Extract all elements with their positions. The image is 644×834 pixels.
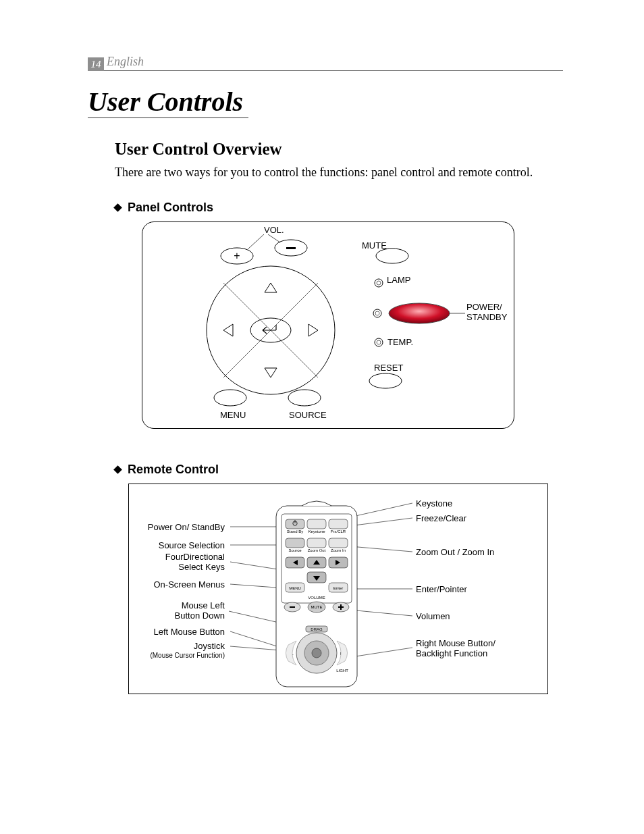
svg-rect-56	[340, 604, 342, 610]
remote-heading-text: Remote Control	[128, 463, 219, 476]
remote-label-rmouse: Right Mouse Button/ Backlight Function	[416, 638, 495, 658]
diamond-icon	[113, 465, 122, 474]
btn-zoomout-label: Zoom Out	[308, 548, 326, 552]
svg-rect-44	[329, 538, 348, 548]
btn-mute-label: MUTE	[311, 605, 323, 609]
svg-point-19	[288, 390, 321, 406]
svg-point-17	[377, 340, 381, 344]
btn-enter-label: Enter	[333, 586, 343, 590]
svg-point-12	[377, 281, 381, 285]
panel-label-temp: TEMP.	[387, 337, 413, 347]
btn-light-label: LIGHT	[336, 669, 348, 673]
btn-zoomin-label: Zoom In	[331, 548, 346, 552]
panel-label-source: SOURCE	[289, 410, 327, 420]
remote-label-joysub: (Mouse Cursor Function)	[150, 652, 225, 659]
panel-label-mute: MUTE	[362, 240, 387, 251]
svg-line-8	[248, 234, 264, 249]
svg-point-10	[376, 249, 408, 263]
panel-label-vol: VOL.	[264, 225, 284, 235]
panel-label-reset: RESET	[374, 363, 403, 373]
remote-label-keystone: Keystone	[416, 498, 452, 509]
remote-label-freeze: Freeze/Clear	[416, 513, 466, 523]
btn-drag-label: DRAG	[311, 627, 323, 631]
remote-label-source: Source Selection	[159, 540, 225, 550]
section-heading: User Control Overview	[115, 140, 563, 159]
panel-heading-text: Panel Controls	[128, 201, 213, 214]
remote-label-fourdir: FourDirectional Select Keys	[165, 552, 225, 572]
volume-row-label: VOLUME	[308, 596, 325, 600]
panel-label-power: POWER/ STANDBY	[466, 302, 507, 322]
svg-point-16	[375, 338, 383, 346]
btn-source-label: Source	[288, 548, 302, 552]
svg-rect-39	[329, 519, 348, 529]
svg-rect-38	[307, 519, 326, 529]
remote-label-volume: Volumen	[416, 611, 450, 621]
remote-label-power: Power On/ StandBy	[148, 522, 225, 532]
remote-label-joystick: Joystick	[194, 641, 225, 651]
remote-label-mleft: Mouse Left Button Down	[175, 600, 225, 621]
remote-heading: Remote Control	[115, 463, 563, 477]
svg-text:+: +	[234, 250, 240, 261]
remote-label-lmouse: Left Mouse Button	[153, 627, 225, 637]
page-title: User Controls	[88, 86, 248, 118]
svg-point-14	[373, 309, 381, 317]
panel-label-lamp: LAMP	[387, 275, 410, 285]
page-container: 14 English User Controls User Control Ov…	[0, 0, 644, 748]
panel-controls-figure: +	[142, 221, 514, 429]
remote-label-enter: Enter/Pointer	[416, 584, 467, 594]
svg-point-13	[389, 303, 450, 323]
svg-line-9	[268, 234, 280, 242]
svg-rect-42	[286, 538, 304, 548]
language-label: English	[107, 55, 144, 69]
svg-point-60	[312, 648, 321, 658]
svg-rect-43	[307, 538, 326, 548]
svg-rect-7	[286, 247, 296, 249]
svg-point-11	[375, 279, 383, 287]
remote-label-menus: On-Screen Menus	[154, 579, 225, 590]
btn-keystone-label: Keystone	[308, 529, 325, 533]
remote-label-zoom: Zoom Out / Zoom In	[416, 547, 494, 557]
panel-svg: +	[142, 222, 514, 428]
diamond-icon	[113, 203, 122, 212]
svg-point-18	[369, 373, 402, 388]
btn-standby-label: Stand By	[287, 529, 303, 533]
svg-point-15	[375, 311, 379, 315]
page-number-box: 14	[88, 57, 104, 71]
intro-text: There are two ways for you to control th…	[115, 164, 563, 180]
btn-menu-label: MENU	[289, 586, 301, 590]
svg-point-20	[214, 390, 246, 406]
btn-frzclr-label: Frz/CLR	[331, 529, 346, 533]
remote-control-figure: Stand By Keystone Frz/CLR Source Zoom Ou…	[128, 484, 548, 694]
svg-rect-52	[290, 606, 295, 608]
panel-heading: Panel Controls	[115, 201, 563, 215]
header-rule: 14 English	[88, 54, 563, 71]
panel-label-menu: MENU	[220, 410, 246, 420]
